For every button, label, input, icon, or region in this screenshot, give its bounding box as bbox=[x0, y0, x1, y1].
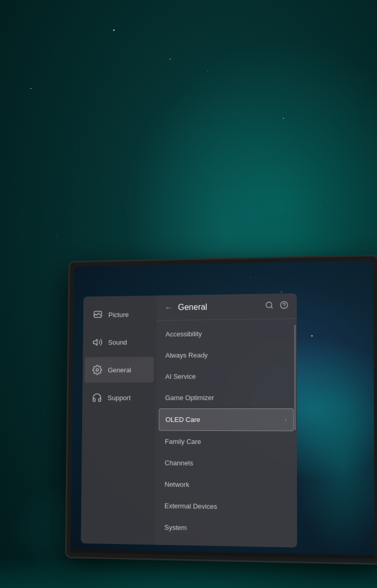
sidebar-item-support[interactable]: Support bbox=[84, 385, 154, 411]
panel-items: Accessibility Always Ready AI Service Ga… bbox=[155, 319, 297, 548]
panel-header-icons bbox=[265, 301, 288, 312]
support-icon bbox=[92, 392, 103, 404]
panel-item-label-system: System bbox=[164, 524, 187, 532]
panel-item-label-always-ready: Always Ready bbox=[165, 351, 208, 359]
sidebar: Picture Sound bbox=[81, 295, 157, 545]
back-icon[interactable]: ← bbox=[164, 303, 173, 313]
tv-screen: Picture Sound bbox=[71, 261, 375, 559]
panel-item-channels[interactable]: Channels bbox=[156, 452, 297, 474]
scrollbar[interactable] bbox=[294, 325, 296, 430]
panel-item-ai-service[interactable]: AI Service bbox=[156, 365, 297, 387]
panel-header: ← General bbox=[157, 293, 297, 320]
panel-title: General bbox=[178, 303, 207, 313]
svg-line-4 bbox=[271, 307, 272, 308]
sound-icon bbox=[92, 337, 103, 348]
svg-point-2 bbox=[96, 369, 98, 371]
panel-item-label-channels: Channels bbox=[165, 459, 193, 467]
panel-item-label-external-devices: Extermal Devices bbox=[164, 502, 217, 510]
panel-item-label-ai-service: AI Service bbox=[165, 372, 196, 380]
panel-item-game-optimizer[interactable]: Game Optimizer bbox=[156, 387, 297, 408]
panel-item-label-oled-care: OLED Care bbox=[165, 416, 200, 424]
general-icon bbox=[92, 364, 103, 376]
panel-item-label-game-optimizer: Game Optimizer bbox=[165, 394, 214, 402]
panel-item-label-network: Network bbox=[164, 480, 189, 489]
sidebar-label-sound: Sound bbox=[108, 338, 127, 346]
help-icon[interactable] bbox=[280, 301, 288, 311]
panel-item-always-ready[interactable]: Always Ready bbox=[156, 343, 297, 366]
panel-item-network[interactable]: Network bbox=[155, 473, 297, 496]
panel-item-family-care[interactable]: Family Care bbox=[156, 431, 297, 453]
panel-item-system[interactable]: System bbox=[155, 516, 297, 540]
sidebar-label-picture: Picture bbox=[108, 310, 129, 318]
panel-item-oled-care[interactable]: OLED Care › bbox=[159, 408, 294, 431]
svg-marker-1 bbox=[93, 339, 97, 345]
panel-item-label-accessibility: Accessibility bbox=[165, 330, 202, 338]
sidebar-item-sound[interactable]: Sound bbox=[85, 329, 154, 355]
sidebar-label-support: Support bbox=[107, 394, 130, 402]
panel-header-left: ← General bbox=[164, 303, 207, 313]
sidebar-label-general: General bbox=[108, 366, 131, 374]
tv-frame: Picture Sound bbox=[65, 254, 377, 565]
main-panel: ← General bbox=[155, 293, 297, 547]
picture-icon bbox=[92, 309, 103, 320]
sidebar-item-picture[interactable]: Picture bbox=[85, 301, 154, 328]
chevron-right-icon: › bbox=[285, 416, 287, 424]
tv-bottom-bar bbox=[71, 549, 375, 559]
search-icon[interactable] bbox=[265, 301, 273, 312]
panel-item-external-devices[interactable]: Extermal Devices bbox=[155, 495, 297, 518]
sidebar-item-general[interactable]: General bbox=[85, 357, 154, 383]
menu-container: Picture Sound bbox=[81, 293, 297, 547]
panel-item-label-family-care: Family Care bbox=[165, 438, 201, 446]
panel-item-accessibility[interactable]: Accessibility bbox=[156, 322, 296, 345]
